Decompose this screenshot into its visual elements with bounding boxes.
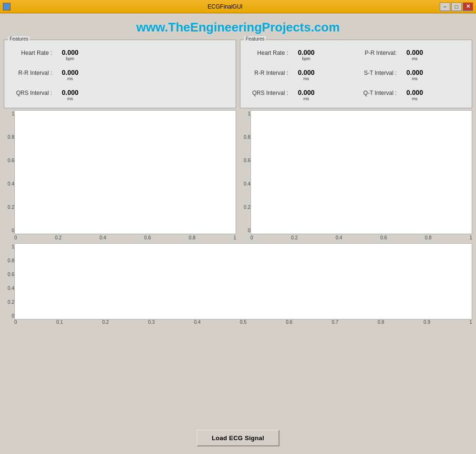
right-chart-area — [250, 110, 472, 234]
title-bar: ECGFinalGUI − □ ✕ — [0, 0, 476, 13]
bottom-chart-y-axis: 1 0.8 0.6 0.4 0.2 0 — [4, 243, 14, 320]
right-qrs-unit: ms — [303, 96, 309, 101]
app-icon — [3, 3, 10, 10]
left-heart-rate-item: Heart Rate : 0.000 bpm — [9, 49, 231, 61]
right-chart-wrapper: 1 0.8 0.6 0.4 0.2 0 0 0.2 0.4 0.6 0.8 — [240, 110, 472, 240]
right-feature-panel: Features Heart Rate : 0.000 bpm P-R Inte… — [240, 40, 472, 108]
window-controls: − □ ✕ — [440, 2, 473, 11]
right-st-value: 0.000 — [406, 69, 423, 76]
left-qrs-value-block: 0.000 ms — [56, 89, 84, 101]
right-chart-y-axis: 1 0.8 0.6 0.4 0.2 0 — [240, 110, 250, 234]
left-rr-value-block: 0.000 ms — [56, 69, 84, 81]
left-rr-unit: ms — [67, 76, 73, 81]
right-qt-label: Q-T Interval : — [359, 89, 397, 96]
svg-rect-0 — [4, 4, 10, 10]
left-heart-rate-row: Heart Rate : 0.000 bpm — [9, 49, 231, 61]
right-qrs-value: 0.000 — [298, 89, 314, 96]
right-qrs-value-block: 0.000 ms — [292, 89, 321, 101]
right-qrs-label: QRS Interval : — [245, 89, 288, 96]
load-ecg-button[interactable]: Load ECG Signal — [197, 430, 279, 446]
left-heart-rate-label: Heart Rate : — [9, 49, 52, 56]
top-feature-section: Features Heart Rate : 0.000 bpm R-R Inte… — [4, 40, 472, 240]
right-qt-item: Q-T Interval : 0.000 ms — [359, 89, 467, 101]
right-heart-rate-value: 0.000 — [298, 49, 314, 56]
right-panel-label: Features — [244, 36, 266, 41]
close-button[interactable]: ✕ — [463, 2, 473, 11]
left-qrs-unit: ms — [67, 96, 73, 101]
bottom-chart-section: 1 0.8 0.6 0.4 0.2 0 0 0.1 0.2 0.3 0.4 0.… — [4, 243, 472, 422]
left-heart-rate-unit: bpm — [66, 56, 74, 61]
right-pr-value: 0.000 — [406, 49, 423, 56]
right-pr-value-block: 0.000 ms — [401, 49, 429, 61]
right-heart-rate-item: Heart Rate : 0.000 bpm — [245, 49, 354, 61]
left-chart-wrapper: 1 0.8 0.6 0.4 0.2 0 0 0.2 0.4 0.6 0.8 — [4, 110, 236, 240]
left-heart-rate-value-block: 0.000 bpm — [56, 49, 84, 61]
right-st-label: S-T Interval : — [359, 69, 397, 76]
right-rr-value: 0.000 — [298, 69, 314, 76]
left-qrs-row: QRS Interval : 0.000 ms — [9, 89, 231, 101]
right-rr-label: R-R Interval : — [245, 69, 288, 76]
right-row1: Heart Rate : 0.000 bpm P-R Interval: 0.0… — [245, 49, 467, 61]
window-title: ECGFinalGUI — [10, 3, 440, 10]
right-qt-unit: ms — [412, 96, 418, 101]
right-chart-x-axis: 0 0.2 0.4 0.6 0.8 1 — [240, 234, 472, 240]
right-pr-label: P-R Interval: — [359, 49, 397, 56]
right-pr-unit: ms — [412, 56, 418, 61]
left-heart-rate-value: 0.000 — [62, 49, 78, 56]
right-row3: QRS Interval : 0.000 ms Q-T Interval : 0… — [245, 89, 467, 101]
right-rr-unit: ms — [303, 76, 309, 81]
right-rr-value-block: 0.000 ms — [292, 69, 321, 81]
main-content: www.TheEngineeringProjects.com Features … — [0, 13, 476, 454]
header: www.TheEngineeringProjects.com — [4, 17, 472, 37]
restore-button[interactable]: □ — [451, 2, 462, 11]
site-title: www.TheEngineeringProjects.com — [136, 20, 340, 34]
left-feature-panel: Features Heart Rate : 0.000 bpm R-R Inte… — [4, 40, 236, 108]
left-qrs-value: 0.000 — [62, 89, 78, 96]
right-st-unit: ms — [412, 76, 418, 81]
minimize-button[interactable]: − — [440, 2, 450, 11]
right-rr-item: R-R Interval : 0.000 ms — [245, 69, 354, 81]
left-qrs-label: QRS Interval : — [9, 89, 52, 96]
left-qrs-item: QRS Interval : 0.000 ms — [9, 89, 231, 101]
left-rr-item: R-R Interval : 0.000 ms — [9, 69, 231, 81]
left-chart-area — [14, 110, 236, 234]
right-row2: R-R Interval : 0.000 ms S-T Interval : 0… — [245, 69, 467, 81]
right-qt-value: 0.000 — [406, 89, 423, 96]
right-heart-rate-unit: bpm — [302, 56, 310, 61]
right-st-value-block: 0.000 ms — [401, 69, 429, 81]
right-heart-rate-label: Heart Rate : — [245, 49, 288, 56]
left-chart-x-axis: 0 0.2 0.4 0.6 0.8 1 — [4, 234, 236, 240]
left-chart-y-axis: 1 0.8 0.6 0.4 0.2 0 — [4, 110, 14, 234]
right-heart-rate-value-block: 0.000 bpm — [292, 49, 321, 61]
right-pr-item: P-R Interval: 0.000 ms — [359, 49, 467, 61]
left-rr-label: R-R Interval : — [9, 69, 52, 76]
left-panel-label: Features — [8, 36, 30, 41]
bottom-chart-x-axis: 0 0.1 0.2 0.3 0.4 0.5 0.6 0.7 0.8 0.9 1 — [4, 320, 472, 325]
left-rr-value: 0.000 — [62, 69, 78, 76]
right-qt-value-block: 0.000 ms — [401, 89, 429, 101]
bottom-chart-area — [14, 243, 472, 320]
right-st-item: S-T Interval : 0.000 ms — [359, 69, 467, 81]
left-rr-row: R-R Interval : 0.000 ms — [9, 69, 231, 81]
button-row: Load ECG Signal — [4, 425, 472, 450]
right-qrs-item: QRS Interval : 0.000 ms — [245, 89, 354, 101]
